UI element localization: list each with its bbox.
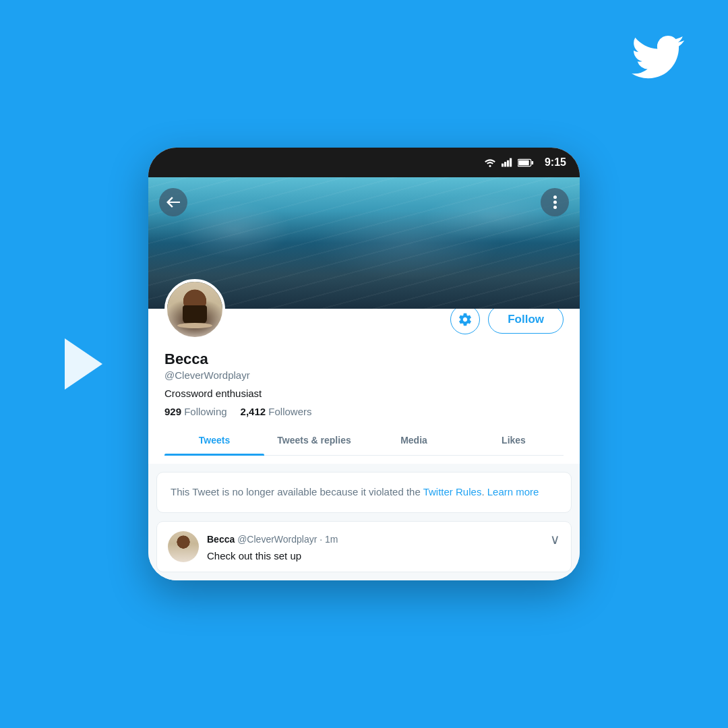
username: @CleverWordplayr (164, 369, 564, 381)
svg-rect-6 (518, 160, 528, 165)
followers-count: 2,412 (241, 406, 266, 417)
svg-point-0 (489, 165, 491, 167)
status-time: 9:15 (545, 156, 566, 169)
svg-point-9 (553, 201, 557, 204)
cover-buttons (159, 188, 569, 216)
tweet-avatar (168, 531, 199, 562)
tweet-meta: Becca @CleverWordplayr · 1m (207, 534, 338, 545)
settings-button[interactable] (450, 305, 480, 334)
back-button[interactable] (159, 188, 187, 216)
svg-rect-2 (504, 162, 506, 166)
tab-tweets-replies[interactable]: Tweets & replies (264, 425, 364, 455)
tweet-content: Becca @CleverWordplayr · 1m ∨ Check out … (207, 531, 560, 562)
tweet-time: · 1m (320, 534, 338, 545)
following-stat: 929 Following (164, 406, 227, 417)
svg-point-8 (553, 195, 557, 199)
learn-more-link[interactable]: Learn more (487, 486, 539, 497)
stats-row: 929 Following 2,412 Followers (164, 406, 564, 417)
notice-text-before: This Tweet is no longer available becaus… (171, 486, 423, 497)
tab-tweets[interactable]: Tweets (164, 425, 264, 455)
following-label: Following (184, 406, 226, 417)
svg-rect-1 (502, 164, 504, 167)
twitter-logo (631, 35, 685, 79)
profile-tabs: Tweets Tweets & replies Media Likes (164, 425, 564, 456)
svg-rect-4 (510, 158, 512, 167)
tweet-avatar-image (168, 531, 199, 562)
tweet-author-handle: @CleverWordplayr (237, 534, 317, 545)
avatar (164, 279, 225, 340)
display-name: Becca (164, 351, 564, 368)
avatar-image (167, 282, 222, 337)
signal-icon (502, 158, 512, 167)
svg-rect-7 (532, 161, 534, 164)
tweet-expand-icon[interactable]: ∨ (550, 531, 560, 547)
tweet-item: Becca @CleverWordplayr · 1m ∨ Check out … (156, 521, 572, 572)
status-icons (484, 158, 534, 167)
following-count: 929 (164, 406, 181, 417)
tweet-body: Check out this set up (207, 550, 560, 562)
followers-stat: 2,412 Followers (241, 406, 312, 417)
wifi-icon (484, 158, 496, 167)
notice-card: This Tweet is no longer available becaus… (156, 472, 572, 513)
svg-point-10 (553, 206, 557, 209)
follow-button[interactable]: Follow (488, 305, 564, 334)
status-bar: 9:15 (148, 148, 580, 177)
followers-label: Followers (268, 406, 311, 417)
tweet-author-name: Becca (207, 534, 235, 545)
tweet-header: Becca @CleverWordplayr · 1m ∨ (207, 531, 560, 547)
play-arrow-icon (65, 338, 102, 390)
avatar-cup-graphic (175, 291, 215, 328)
profile-action-buttons: Follow (450, 305, 564, 340)
tab-media[interactable]: Media (364, 425, 464, 455)
notice-text-mid: . (481, 486, 487, 497)
more-options-button[interactable] (541, 188, 569, 216)
phone-mockup: 9:15 (148, 148, 580, 580)
battery-icon (518, 158, 534, 167)
twitter-rules-link[interactable]: Twitter Rules (423, 486, 482, 497)
tweets-content: This Tweet is no longer available becaus… (148, 464, 580, 580)
tab-likes[interactable]: Likes (464, 425, 564, 455)
svg-rect-3 (507, 160, 509, 167)
bio: Crossword enthusiast (164, 388, 564, 399)
